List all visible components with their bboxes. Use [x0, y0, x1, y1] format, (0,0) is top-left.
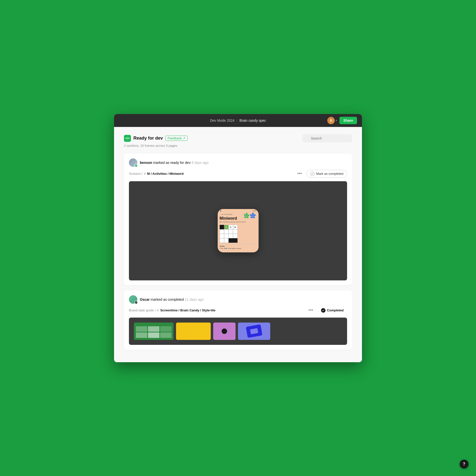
activity-header-1: benson marked as ready for dev 9 days ag… [129, 158, 347, 167]
mark-complete-button[interactable]: Mark as completed [306, 170, 347, 178]
check-circle-icon [310, 172, 315, 176]
clue-area: Across 1. The SUN is too bright, my eyes… [220, 244, 257, 251]
frame-hash-icon-2: # [157, 309, 159, 312]
grid-cell [220, 225, 224, 229]
grid-cell: 4 [220, 229, 224, 234]
titlebar-actions: B ▾ Share [327, 117, 357, 124]
frame-hash-icon: # [144, 172, 146, 176]
meta-info: 2 sections, 10 frames across 3 pages [124, 144, 352, 148]
activity-header-2: Oscar marked as completed 11 days ago [129, 295, 347, 304]
frame-actions-2: ••• Completed [307, 307, 347, 314]
grid-cell: 3N [233, 225, 238, 229]
app-window: Dev Mode 2024 / Brain candy spec B ▾ Sha… [114, 114, 362, 362]
activity-block-2: Oscar marked as completed 11 days ago Br… [124, 290, 352, 350]
feedback-badge[interactable]: Feedback ↗ [165, 136, 188, 141]
style-tile-green [134, 323, 174, 340]
benson-avatar [129, 158, 137, 167]
more-options-button-2[interactable]: ••• [307, 307, 315, 313]
share-button[interactable]: Share [339, 117, 357, 124]
help-button[interactable]: ? [460, 460, 469, 469]
phone-top-section: ← ALL ACTIVITIES [220, 214, 257, 223]
avatar: B [327, 117, 335, 124]
grid-cell [224, 229, 229, 234]
phone-dot [220, 210, 221, 211]
blue-card [246, 324, 263, 338]
titlebar-breadcrumb: Dev Mode 2024 / Brain candy spec [210, 119, 266, 122]
phone-mockup: ← ALL ACTIVITIES [218, 209, 259, 253]
style-tile-purple [213, 323, 236, 340]
grid-cell [233, 229, 238, 234]
grid-cell [224, 234, 229, 238]
flower-decorations [244, 213, 256, 218]
phone-content: ← ALL ACTIVITIES [218, 212, 259, 253]
frame-preview-1: ← ALL ACTIVITIES [129, 181, 347, 280]
phone-menu-icon [253, 210, 256, 211]
grid-cell [229, 238, 233, 243]
ready-left: </> Ready for dev Feedback ↗ [124, 135, 188, 142]
crossword-grid: 1S 2U 3N 4 5 [220, 225, 257, 243]
grid-cell: 5 [220, 234, 224, 238]
clue-highlight: SUN [224, 248, 228, 249]
grid-cell [224, 238, 229, 243]
grid-cell [233, 234, 238, 238]
style-tile-yellow [176, 323, 211, 340]
miniword-subtitle: Fill in the blanks using the sentences b… [220, 221, 257, 223]
activity-text-1: benson marked as ready for dev 9 days ag… [140, 161, 208, 165]
grid-cell: 1S [224, 225, 229, 229]
clue-label: Across [220, 245, 257, 247]
ready-header: </> Ready for dev Feedback ↗ 🔍 [124, 134, 352, 142]
check-filled-icon [321, 308, 326, 313]
grid-cell [229, 234, 233, 238]
grid-cell [233, 238, 238, 243]
green-flower-icon [244, 213, 249, 218]
spec-name: Brain candy spec [239, 119, 266, 122]
search-input[interactable] [302, 134, 352, 142]
frame-path-left-2: Brand style guide / # Screentime / Brain… [129, 308, 215, 312]
activity-text-2: Oscar marked as completed 11 days ago [140, 298, 204, 301]
activity-block-1: benson marked as ready for dev 9 days ag… [124, 153, 352, 285]
activity-info-2: Oscar marked as completed 11 days ago [140, 297, 347, 302]
search-wrap: 🔍 [302, 134, 352, 142]
frame-actions-1: ••• Mark as completed [296, 170, 347, 178]
breadcrumb-sep: / [237, 119, 238, 122]
main-content: </> Ready for dev Feedback ↗ 🔍 2 section… [114, 127, 362, 362]
frame-preview-2 [129, 318, 347, 345]
frame-path-2: Brand style guide / # Screentime / Brain… [129, 307, 347, 314]
completed-badge [134, 301, 138, 304]
frame-path-left-1: Screens / # M / Activities / Miniword [129, 172, 183, 176]
dev-mode-icon: </> [124, 135, 131, 142]
completed-button[interactable]: Completed [318, 307, 347, 314]
clue-text: 1. The SUN is too bright, my eyes! [220, 247, 257, 249]
dev-badge [134, 164, 138, 167]
svg-point-5 [246, 214, 248, 216]
more-options-button-1[interactable]: ••• [296, 171, 303, 177]
grid-cell [229, 229, 233, 234]
grid-cell: 6 [220, 238, 224, 243]
ready-title: Ready for dev [133, 136, 163, 141]
project-name: Dev Mode 2024 [210, 119, 235, 122]
blue-flower-icon [250, 213, 256, 218]
phone-status-bar [218, 209, 259, 212]
frame-path-1: Screens / # M / Activities / Miniword ••… [129, 170, 347, 178]
user-avatar-menu[interactable]: B ▾ [327, 117, 337, 124]
style-tile-blue [238, 323, 270, 340]
svg-point-11 [252, 214, 254, 216]
oscar-avatar [129, 295, 137, 304]
titlebar: Dev Mode 2024 / Brain candy spec B ▾ Sha… [114, 114, 362, 127]
chevron-down-icon: ▾ [336, 119, 337, 122]
grid-cell: 2U [229, 225, 233, 229]
circle-decoration [222, 328, 227, 334]
green-grid [136, 326, 172, 338]
activity-info-1: benson marked as ready for dev 9 days ag… [140, 160, 347, 165]
